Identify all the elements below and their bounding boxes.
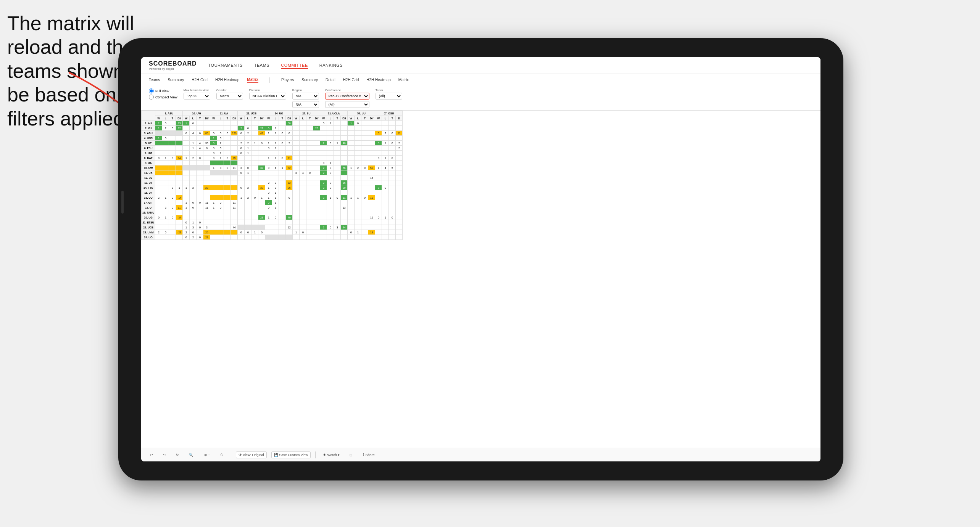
matrix-cell	[320, 151, 327, 156]
matrix-cell: 1	[272, 131, 279, 136]
matrix-cell: 4	[382, 165, 389, 170]
view-radio-group: Full View Compact View	[149, 88, 177, 100]
matrix-cell	[286, 151, 293, 156]
table-row: 22. UCB1303441220344	[142, 225, 403, 230]
matrix-cell	[382, 126, 389, 131]
nav-committee[interactable]: COMMITTEE	[281, 62, 308, 69]
sub-nav-matrix[interactable]: Matrix	[247, 77, 258, 83]
matrix-cell	[375, 220, 382, 225]
region-select2[interactable]: N/A	[292, 101, 319, 108]
matrix-cell	[272, 210, 279, 215]
matrix-cell	[169, 151, 176, 156]
matrix-cell: 18	[368, 230, 375, 235]
matrix-cell	[224, 170, 231, 175]
matrix-cell	[389, 210, 396, 215]
matrix-cell: 51	[368, 165, 375, 170]
matrix-cell	[382, 180, 389, 185]
timer-button[interactable]: ⏱	[218, 451, 226, 458]
matrix-cell	[238, 225, 245, 230]
matrix-cell	[327, 156, 334, 161]
sub-nav-players[interactable]: Players	[281, 77, 294, 83]
conference-select2[interactable]: (All)	[325, 101, 369, 108]
watch-button[interactable]: 👁 Watch ▾	[320, 451, 342, 458]
matrix-cell: 1	[327, 195, 334, 200]
matrix-cell: 4	[272, 165, 279, 170]
sub-nav-players-summary[interactable]: Summary	[301, 77, 318, 83]
share-button[interactable]: ⤴ Share	[360, 451, 377, 458]
matrix-cell: 3	[210, 146, 217, 151]
matrix-cell	[313, 141, 320, 146]
matrix-cell	[389, 180, 396, 185]
matrix-cell	[348, 210, 355, 215]
matrix-cell	[375, 121, 382, 126]
matrix-cell	[327, 205, 334, 210]
save-custom-button[interactable]: 💾 Save Custom View	[271, 451, 311, 458]
sub-nav-h2h-heatmap[interactable]: H2H Heatmap	[215, 77, 239, 83]
row-header: 5. UT	[142, 141, 155, 146]
matrix-cell	[251, 165, 258, 170]
gender-select[interactable]: Men's Women's	[216, 93, 243, 100]
matrix-cell	[279, 225, 286, 230]
matrix-cell: 1	[190, 146, 197, 151]
team-select[interactable]: (All)	[376, 93, 402, 100]
matrix-cell	[334, 170, 341, 175]
matrix-cell: 0	[265, 200, 272, 205]
matrix-cell	[245, 200, 251, 205]
sub-nav-players-matrix[interactable]: Matrix	[398, 77, 409, 83]
matrix-cell: 5	[217, 131, 224, 136]
sub-nav-players-h2h-grid[interactable]: H2H Grid	[343, 77, 359, 83]
matrix-cell	[286, 230, 293, 235]
matrix-cell: 2	[272, 185, 279, 190]
max-teams-select[interactable]: Top 25 Top 50 All	[184, 93, 210, 100]
undo-button[interactable]: ↩	[147, 451, 156, 458]
sub-nav-teams[interactable]: Teams	[149, 77, 160, 83]
matrix-cell	[348, 205, 355, 210]
matrix-cell	[382, 190, 389, 195]
region-select[interactable]: N/A East West	[292, 93, 319, 100]
zoom-control[interactable]: ⊕ −	[201, 451, 213, 458]
refresh-button[interactable]: ↻	[173, 451, 182, 458]
matrix-cell	[368, 126, 375, 131]
matrix-table: 3. ASU 10. UW 11. UA 22. UCB 24. UO 27. …	[141, 111, 403, 240]
nav-teams[interactable]: TEAMS	[254, 62, 269, 69]
matrix-cell	[197, 185, 203, 190]
matrix-cell	[176, 190, 183, 195]
matrix-cell	[375, 136, 382, 141]
matrix-cell	[293, 146, 300, 151]
redo-button[interactable]: ↪	[160, 451, 169, 458]
nav-rankings[interactable]: RANKINGS	[319, 62, 343, 69]
matrix-cell	[197, 205, 203, 210]
matrix-cell	[169, 200, 176, 205]
compact-view-radio[interactable]: Compact View	[149, 95, 177, 100]
view-original-button[interactable]: 👁 View: Original	[236, 451, 267, 458]
division-select[interactable]: NCAA Division I NCAA Division II	[249, 93, 286, 100]
matrix-cell	[258, 180, 265, 185]
matrix-cell	[355, 185, 361, 190]
matrix-scroll-area[interactable]: 3. ASU 10. UW 11. UA 22. UCB 24. UO 27. …	[141, 111, 820, 448]
full-view-radio[interactable]: Full View	[149, 88, 177, 93]
conference-select[interactable]: Pac-12 Conference ▾ (All)	[325, 93, 369, 100]
matrix-cell	[224, 215, 231, 220]
sub-nav-h2h-grid[interactable]: H2H Grid	[192, 77, 208, 83]
sub-nav-players-h2h-heatmap[interactable]: H2H Heatmap	[366, 77, 390, 83]
sub-nav-summary[interactable]: Summary	[168, 77, 184, 83]
matrix-cell	[162, 225, 169, 230]
matrix-cell: 0	[300, 230, 306, 235]
sub-nav-detail[interactable]: Detail	[326, 77, 335, 83]
matrix-cell	[217, 170, 224, 175]
zoom-out-button[interactable]: 🔍-	[186, 451, 197, 458]
matrix-cell	[396, 230, 403, 235]
nav-tournaments[interactable]: TOURNAMENTS	[208, 62, 243, 69]
matrix-cell: 11	[176, 205, 183, 210]
matrix-cell: 15	[368, 215, 375, 220]
matrix-cell	[155, 151, 162, 156]
matrix-cell	[197, 170, 203, 175]
matrix-cell	[258, 121, 265, 126]
matrix-cell	[245, 215, 251, 220]
matrix-cell	[334, 121, 341, 126]
matrix-cell	[224, 195, 231, 200]
matrix-cell	[197, 126, 203, 131]
matrix-cell	[286, 210, 293, 215]
grid-button[interactable]: ⊞	[347, 451, 355, 458]
matrix-cell	[279, 205, 286, 210]
